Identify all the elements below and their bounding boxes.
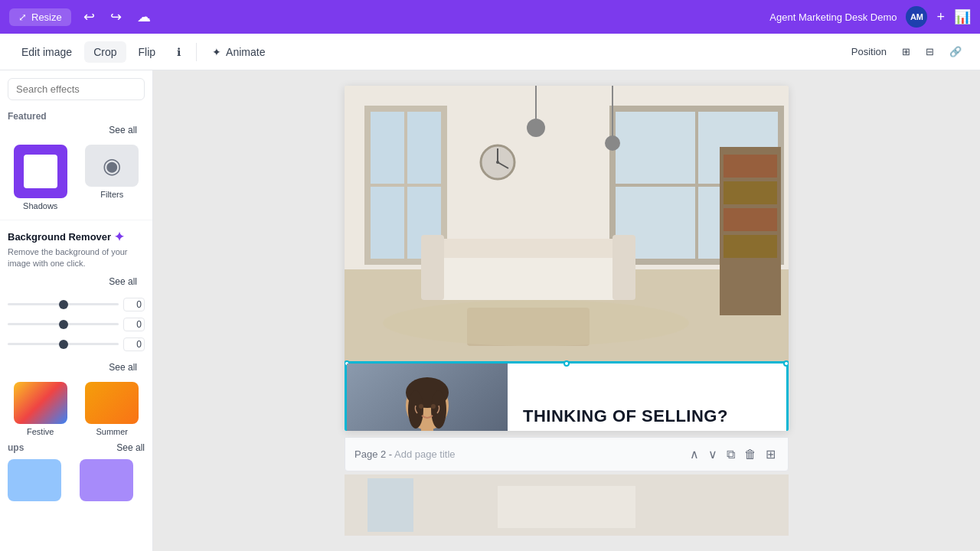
link-button[interactable]: 🔗 [943, 41, 968, 62]
svg-rect-18 [724, 155, 777, 178]
toolbar-separator-1 [196, 43, 197, 61]
svg-rect-14 [612, 235, 635, 300]
summer-filter[interactable]: Summer [80, 382, 145, 436]
user-avatar: AM [906, 6, 927, 28]
svg-rect-12 [421, 239, 635, 258]
mockups-header: ups See all [0, 439, 152, 456]
svg-point-25 [605, 135, 620, 151]
info-button[interactable]: ℹ [168, 41, 190, 63]
edit-image-button[interactable]: Edit image [12, 41, 81, 63]
add-button[interactable]: + [936, 9, 945, 25]
svg-point-39 [431, 404, 436, 409]
page2-label: Page 2 - Add page title [354, 448, 681, 460]
mockup-thumb-2[interactable] [80, 459, 133, 501]
animate-label: Animate [226, 46, 265, 58]
slider-row-2: 0 [8, 318, 145, 331]
svg-rect-13 [421, 235, 444, 300]
undo-button[interactable]: ↩ [80, 5, 98, 28]
see-all-mockups-link[interactable]: See all [116, 442, 145, 453]
cloud-save-button[interactable]: ☁ [134, 5, 154, 28]
room-image [345, 86, 789, 361]
flip-label: Flip [139, 46, 156, 58]
design-text-area: THINKING OF SELLING? Now is a great time… [508, 364, 786, 431]
page2-preview [345, 474, 789, 536]
page2-down-button[interactable]: ∨ [705, 444, 720, 465]
left-sidebar: Featured See all Shadows ◉ Filters Backg… [0, 70, 153, 551]
animate-button[interactable]: ✦ Animate [203, 41, 274, 63]
crop-button[interactable]: Crop [84, 41, 126, 63]
resize-icon: ⤢ [18, 11, 27, 23]
main-content: Featured See all Shadows ◉ Filters Backg… [0, 70, 980, 551]
slider-row-3: 0 [8, 337, 145, 351]
page2-delete-button[interactable]: 🗑 [741, 444, 760, 465]
mockup-thumb-1[interactable] [8, 459, 61, 501]
link-icon: 🔗 [949, 46, 962, 57]
design-lower-section: THINKING OF SELLING? Now is a great time… [345, 361, 789, 431]
position-label: Position [851, 46, 887, 57]
info-icon: ℹ [177, 46, 181, 58]
page2-up-button[interactable]: ∧ [687, 444, 702, 465]
svg-rect-42 [368, 478, 413, 532]
page2-actions: ∧ ∨ ⧉ 🗑 ⊞ [687, 444, 779, 465]
canvas-area[interactable]: THINKING OF SELLING? Now is a great time… [153, 70, 980, 551]
slider-value-3[interactable]: 0 [123, 337, 145, 351]
topbar: ⤢ Resize ↩ ↪ ☁ Agent Marketing Desk Demo… [0, 0, 980, 34]
edit-image-label: Edit image [21, 46, 72, 58]
search-input[interactable] [8, 78, 145, 100]
slider-thumb-2[interactable] [59, 320, 68, 329]
festive-filter[interactable]: Festive [8, 382, 74, 436]
bg-remover-desc: Remove the background of your image with… [8, 246, 145, 270]
slider-thumb-3[interactable] [59, 340, 68, 349]
slider-value-2[interactable]: 0 [123, 318, 145, 331]
slider-track-1 [8, 303, 119, 305]
filter-panel-button[interactable]: ⊞ [896, 41, 916, 62]
sidebar-search-container [0, 70, 152, 105]
svg-rect-19 [724, 181, 777, 204]
svg-rect-21 [724, 235, 777, 258]
see-all-filters-link[interactable]: See all [101, 362, 145, 373]
design-card[interactable]: THINKING OF SELLING? Now is a great time… [345, 86, 789, 431]
redo-button[interactable]: ↪ [107, 5, 125, 28]
bg-remover-title: Background Remover ✦ [8, 230, 145, 244]
animate-icon: ✦ [212, 46, 221, 58]
sliders-section: 0 0 0 [0, 293, 152, 362]
see-all-effects-link[interactable]: See all [101, 125, 145, 135]
see-all-sliders-link[interactable]: See all [101, 276, 145, 287]
layout-button[interactable]: ⊟ [920, 41, 940, 62]
resize-label: Resize [31, 11, 62, 23]
featured-section-label: Featured [0, 105, 152, 125]
slider-track-3 [8, 343, 119, 345]
page2-more-button[interactable]: ⊞ [763, 444, 779, 465]
position-button[interactable]: Position [845, 41, 893, 62]
selection-handle-tr[interactable] [783, 360, 789, 367]
undo-icon: ↩ [83, 8, 95, 25]
slider-row-1: 0 [8, 298, 145, 311]
shadows-inner [24, 155, 57, 188]
slider-thumb-1[interactable] [59, 300, 68, 309]
agent-photo [347, 364, 508, 431]
app-title: Agent Marketing Desk Demo [769, 11, 897, 23]
mockups-grid [0, 456, 152, 504]
flip-button[interactable]: Flip [129, 41, 165, 63]
sparkle-icon: ✦ [114, 230, 124, 244]
effects-grid: Shadows ◉ Filters [0, 142, 152, 214]
filter-icon: ⊞ [902, 46, 910, 57]
summer-label: Summer [96, 427, 128, 436]
filters-thumb: ◉ [85, 145, 139, 187]
svg-rect-20 [724, 208, 777, 231]
festive-label: Festive [27, 427, 54, 436]
shadows-thumb [14, 145, 67, 198]
svg-point-38 [419, 404, 423, 409]
resize-button[interactable]: ⤢ Resize [9, 8, 71, 26]
page2-duplicate-button[interactable]: ⧉ [724, 444, 738, 465]
svg-point-23 [527, 119, 545, 137]
analytics-button[interactable]: 📊 [954, 8, 971, 25]
slider-value-1[interactable]: 0 [123, 298, 145, 311]
shadows-effect[interactable]: Shadows [8, 145, 74, 210]
crop-label: Crop [93, 46, 116, 58]
page2-title-input[interactable]: Add page title [394, 448, 456, 460]
secondary-toolbar: Edit image Crop Flip ℹ ✦ Animate Positio… [0, 34, 980, 70]
page2-bar: Page 2 - Add page title ∧ ∨ ⧉ 🗑 ⊞ [345, 437, 789, 471]
selection-handle-tm[interactable] [564, 360, 570, 367]
filters-effect[interactable]: ◉ Filters [80, 145, 145, 210]
